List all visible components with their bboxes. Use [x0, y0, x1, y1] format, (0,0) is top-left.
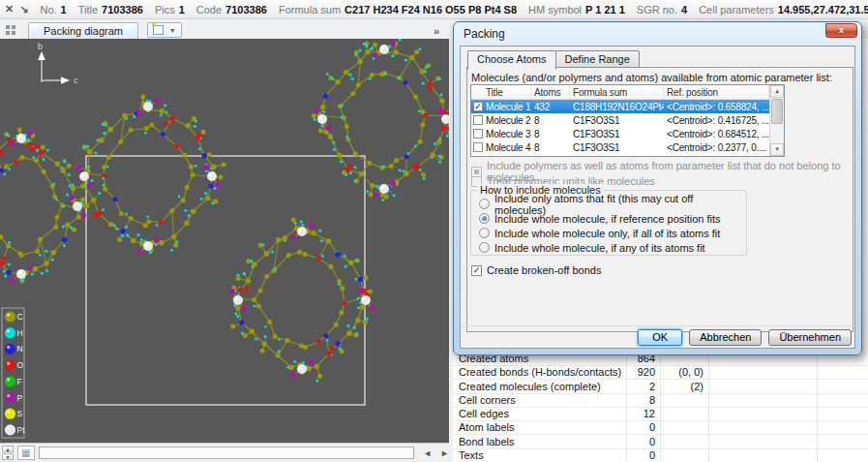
ok-button[interactable]: OK: [638, 329, 682, 346]
field-label: No.: [40, 4, 56, 15]
stats-label: Created bonds (H-bonds/contacts): [453, 365, 627, 379]
how-to-include-groupbox: How to include molecules Include only at…: [470, 190, 747, 256]
row-checkbox-icon[interactable]: [473, 115, 483, 125]
molecule-atoms: [0, 128, 87, 284]
scrollbar-thumb[interactable]: [771, 99, 783, 124]
field-value: 7103386: [102, 4, 143, 15]
stats-extra-value: (2): [661, 380, 709, 393]
chevron-down-icon: ▼: [169, 27, 176, 34]
apply-button[interactable]: Übernehmen: [768, 329, 852, 346]
stats-row[interactable]: Cell corners8: [453, 393, 868, 408]
scroll-down-icon[interactable]: ▼: [770, 143, 784, 156]
stats-row[interactable]: Created molecules (complete)2(2): [453, 380, 868, 394]
scroll-right-icon[interactable]: ►: [440, 448, 449, 458]
include-option-radio[interactable]: Include only atoms that fit (this may cu…: [479, 198, 746, 210]
stats-row[interactable]: Atom labels0: [453, 420, 868, 435]
molecule-title-cell: Molecule 1: [471, 100, 531, 113]
molecule-row[interactable]: Molecule 48C1F3O3S1<Centroid>: 0.2377, 0…: [471, 140, 784, 154]
include-option-radio[interactable]: Include whole molecule, if any of its at…: [479, 241, 705, 254]
field-label: Formula sum: [279, 4, 341, 15]
stats-value: 12: [627, 407, 661, 420]
column-header[interactable]: Title: [471, 85, 531, 99]
unit-cell-outline: [86, 156, 365, 405]
stats-extra-value: [661, 420, 709, 434]
scroll-up-icon[interactable]: ▲: [770, 85, 784, 98]
scroll-left-icon[interactable]: ◄: [423, 448, 432, 458]
tab-choose-atoms[interactable]: Choose Atoms: [467, 50, 556, 70]
create-broken-bonds-checkbox[interactable]: Create broken-off bonds: [471, 265, 601, 276]
stats-label: Texts: [453, 448, 627, 462]
radio-icon: [479, 199, 490, 209]
column-header[interactable]: Formula sum: [570, 85, 664, 99]
molecule-title-cell: Molecule 2: [471, 113, 531, 127]
create-broken-bonds-label: Create broken-off bonds: [487, 264, 601, 276]
legend-label: Pt: [17, 425, 26, 435]
column-header[interactable]: Ref. position: [664, 85, 769, 99]
dock-grid-icon[interactable]: [6, 25, 15, 35]
axes: bc: [38, 42, 78, 85]
toolbar-field: SGR no.4: [637, 4, 687, 15]
legend-item-H: H: [5, 327, 23, 338]
molecule-atoms-cell: 432: [531, 100, 570, 113]
molecule-formula-cell: C1F3O3S1: [570, 113, 664, 127]
tab-define-range[interactable]: Define Range: [555, 50, 640, 68]
stats-empty-cell: [818, 393, 868, 407]
field-label: Cell parameters: [699, 4, 774, 15]
stats-extra-value: [661, 393, 709, 407]
field-label: Code: [196, 4, 222, 15]
tab-packing-diagram[interactable]: Packing diagram: [28, 22, 138, 39]
field-value: C217 H234 F24 N16 O55 P8 Pt4 S8: [344, 4, 517, 15]
molecule-formula-cell: C1F3O3S1: [570, 127, 664, 140]
cancel-button[interactable]: Abbrechen: [689, 329, 762, 346]
stats-empty-cell: [709, 448, 818, 462]
column-header[interactable]: Atoms: [531, 85, 570, 99]
stats-extra-value: [661, 448, 709, 462]
legend-item-P: P: [5, 392, 23, 403]
include-option-radio[interactable]: Include whole molecule, if reference pos…: [479, 212, 721, 225]
scroll-arrows: ◄ ►: [423, 448, 449, 458]
table-view-icon[interactable]: ▦: [17, 446, 35, 460]
dialog-close-button[interactable]: x: [825, 23, 857, 38]
molecule-list-scrollbar[interactable]: ▲ ▼: [769, 85, 784, 156]
resize-arrow-icon[interactable]: ↘: [19, 3, 28, 15]
stats-empty-cell: [818, 448, 868, 462]
include-option-radio[interactable]: Include whole molecule only, if all of i…: [479, 227, 720, 239]
legend-label: N: [17, 344, 23, 354]
spin-down-icon[interactable]: ▼: [2, 453, 14, 460]
spin-up-icon[interactable]: ▲: [2, 446, 14, 452]
stats-row[interactable]: Cell edges12: [453, 407, 868, 421]
toolbar-field: Title7103386: [78, 4, 143, 15]
molecule-list-header: TitleAtomsFormula sumRef. position: [471, 85, 784, 100]
close-icon[interactable]: ✕: [5, 3, 14, 15]
molecule-row[interactable]: Molecule 28C1F3O3S1<Centroid>: 0.416725,…: [471, 113, 784, 127]
legend-label: C: [17, 312, 23, 322]
field-label: HM symbol: [528, 4, 582, 15]
molecule-row[interactable]: Molecule 38C1F3O3S1<Centroid>: 0.684512,…: [471, 127, 784, 140]
new-picture-button[interactable]: ▼: [147, 22, 182, 38]
molecule-bonds: [78, 97, 224, 252]
stats-value: 920: [627, 365, 661, 379]
row-checkbox-icon[interactable]: [473, 129, 483, 139]
stats-label: Cell edges: [453, 407, 627, 420]
info-toolbar: ✕ ↘ No.1Title7103386Pics1Code7103386Form…: [0, 0, 868, 19]
stats-empty-cell: [709, 380, 818, 393]
stats-label: Cell corners: [453, 393, 627, 407]
atom-color-legend: CHNOFPSPt: [2, 308, 25, 438]
row-checkbox-icon[interactable]: [473, 102, 483, 111]
stats-extra-value: [661, 407, 709, 420]
molecule-row[interactable]: Molecule 1432C188H192N16O24Pt4P8<Centroi…: [471, 100, 784, 113]
legend-item-Pt: Pt: [5, 424, 25, 435]
stats-extra-value: (0, 0): [661, 365, 709, 379]
dialog-tabs: Choose Atoms Define Range: [467, 50, 639, 70]
stats-row[interactable]: Texts0: [453, 448, 868, 462]
legend-label: P: [17, 393, 23, 403]
stats-row[interactable]: Created bonds (H-bonds/contacts)920(0, 0…: [453, 365, 868, 380]
stats-row[interactable]: Bond labels0: [453, 435, 868, 449]
molecule-list[interactable]: TitleAtomsFormula sumRef. position Molec…: [470, 84, 785, 157]
viewport-bottombar: ▲ ▼ ▦ ◄ ►: [0, 443, 449, 462]
row-checkbox-icon[interactable]: [473, 142, 483, 152]
molecule-atoms-cell: 8: [531, 127, 570, 140]
molecule-ref-cell: <Centroid>: 0.2377, 0....: [664, 140, 769, 154]
tab-overflow-chevron[interactable]: »: [434, 25, 438, 37]
packing-diagram-canvas[interactable]: bcCHNOFPSPt: [0, 39, 449, 443]
